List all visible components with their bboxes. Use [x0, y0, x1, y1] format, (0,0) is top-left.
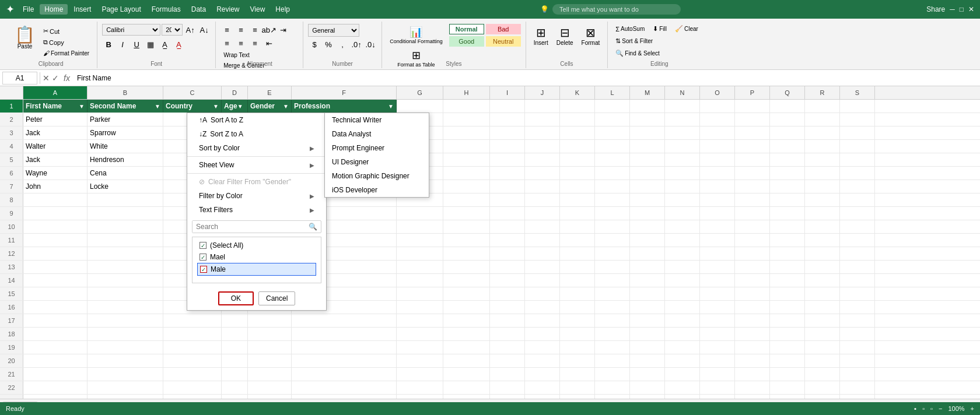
- paste-button[interactable]: 📋 Paste: [9, 24, 40, 60]
- cell-L18[interactable]: [595, 328, 630, 340]
- row-num-5[interactable]: 5: [0, 153, 23, 166]
- cell-K8[interactable]: [560, 194, 595, 206]
- cell-K3[interactable]: [560, 126, 595, 139]
- cell-G9[interactable]: [397, 207, 443, 220]
- cell-N18[interactable]: [665, 328, 700, 340]
- sheet-view-item[interactable]: Sheet View ▶: [187, 158, 326, 172]
- cell-L13[interactable]: [595, 261, 630, 273]
- cell-S3[interactable]: [840, 126, 875, 139]
- cell-K17[interactable]: [560, 314, 595, 327]
- profession-item-5[interactable]: iOS Developer: [325, 183, 429, 197]
- filter-dropdown-icon-B1[interactable]: ▼: [155, 103, 160, 110]
- cell-L9[interactable]: [595, 207, 630, 220]
- cell-B11[interactable]: [88, 234, 163, 247]
- cell-Q12[interactable]: [770, 247, 805, 260]
- cell-K23[interactable]: [560, 395, 595, 399]
- cell-P20[interactable]: [735, 354, 770, 367]
- col-header-D[interactable]: D: [222, 86, 248, 99]
- conditional-formatting-button[interactable]: 📊 Conditional Formatting: [387, 24, 446, 46]
- cell-Q3[interactable]: [770, 126, 805, 139]
- align-top-left[interactable]: ≡: [220, 24, 233, 36]
- cell-N14[interactable]: [665, 274, 700, 287]
- cell-E23[interactable]: [248, 395, 292, 399]
- col-header-B[interactable]: B: [88, 86, 163, 99]
- cell-R2[interactable]: [805, 113, 840, 126]
- cell-A9[interactable]: [23, 207, 88, 220]
- cut-button[interactable]: ✂ Cut: [40, 26, 92, 36]
- cell-R9[interactable]: [805, 207, 840, 220]
- cell-J9[interactable]: [525, 207, 560, 220]
- cell-E17[interactable]: [248, 314, 292, 327]
- cell-S11[interactable]: [840, 234, 875, 247]
- cell-K12[interactable]: [560, 247, 595, 260]
- cell-M1[interactable]: [630, 100, 665, 112]
- cell-M6[interactable]: [630, 167, 665, 180]
- cell-D22[interactable]: [222, 381, 248, 394]
- cell-C19[interactable]: [163, 341, 222, 354]
- cell-J6[interactable]: [525, 167, 560, 180]
- cell-I4[interactable]: [490, 140, 525, 153]
- cell-M2[interactable]: [630, 113, 665, 126]
- profession-item-4[interactable]: Motion Graphic Designer: [325, 169, 429, 183]
- cell-S17[interactable]: [840, 314, 875, 327]
- sort-za-item[interactable]: ↓Z Sort Z to A: [187, 127, 326, 141]
- autosum-button[interactable]: Σ AutoSum: [612, 24, 648, 34]
- cell-P14[interactable]: [735, 274, 770, 287]
- cell-K14[interactable]: [560, 274, 595, 287]
- cell-S12[interactable]: [840, 247, 875, 260]
- cell-K22[interactable]: [560, 381, 595, 394]
- cell-J16[interactable]: [525, 301, 560, 314]
- cell-M17[interactable]: [630, 314, 665, 327]
- cell-J18[interactable]: [525, 328, 560, 340]
- cell-C17[interactable]: [163, 314, 222, 327]
- cell-L11[interactable]: [595, 234, 630, 247]
- cell-L5[interactable]: [595, 153, 630, 166]
- cell-N9[interactable]: [665, 207, 700, 220]
- cell-A5[interactable]: Jack: [23, 153, 88, 166]
- cell-H9[interactable]: [443, 207, 490, 220]
- comma-button[interactable]: ,: [336, 38, 349, 50]
- cell-B18[interactable]: [88, 328, 163, 340]
- cell-S4[interactable]: [840, 140, 875, 153]
- cell-L3[interactable]: [595, 126, 630, 139]
- profession-item-3[interactable]: UI Designer: [325, 155, 429, 169]
- cell-N5[interactable]: [665, 153, 700, 166]
- cell-M5[interactable]: [630, 153, 665, 166]
- cell-Q9[interactable]: [770, 207, 805, 220]
- cell-Q23[interactable]: [770, 395, 805, 399]
- row-num-3[interactable]: 3: [0, 126, 23, 139]
- cell-I22[interactable]: [490, 381, 525, 394]
- cell-O4[interactable]: [700, 140, 735, 153]
- col-header-E[interactable]: E: [248, 86, 292, 99]
- cell-L19[interactable]: [595, 341, 630, 354]
- cell-F17[interactable]: [292, 314, 397, 327]
- cell-S22[interactable]: [840, 381, 875, 394]
- cell-P3[interactable]: [735, 126, 770, 139]
- cell-H22[interactable]: [443, 381, 490, 394]
- cell-F22[interactable]: [292, 381, 397, 394]
- filter-by-color-item[interactable]: Filter by Color ▶: [187, 189, 326, 203]
- cell-P6[interactable]: [735, 167, 770, 180]
- cell-M21[interactable]: [630, 368, 665, 381]
- cell-R1[interactable]: [805, 100, 840, 112]
- zoom-out-button[interactable]: −: [939, 405, 942, 412]
- decrease-decimal[interactable]: .0↓: [364, 38, 377, 50]
- filter-option-male-checkbox[interactable]: [200, 266, 207, 273]
- cell-R5[interactable]: [805, 153, 840, 166]
- cell-M14[interactable]: [630, 274, 665, 287]
- cell-M13[interactable]: [630, 261, 665, 273]
- cell-A17[interactable]: [23, 314, 88, 327]
- cell-H21[interactable]: [443, 368, 490, 381]
- insert-button[interactable]: ⊞ Insert: [531, 24, 551, 48]
- cell-B1[interactable]: Second Name ▼: [88, 100, 163, 112]
- clear-filter-item[interactable]: ⊘ Clear Filter From "Gender": [187, 175, 326, 189]
- cell-H8[interactable]: [443, 194, 490, 206]
- cell-P5[interactable]: [735, 153, 770, 166]
- sort-by-color-item[interactable]: Sort by Color ▶: [187, 141, 326, 155]
- cell-B20[interactable]: [88, 354, 163, 367]
- cell-P23[interactable]: [735, 395, 770, 399]
- filter-option-mael[interactable]: Mael: [197, 251, 316, 263]
- cell-S5[interactable]: [840, 153, 875, 166]
- increase-font-button[interactable]: A↑: [184, 24, 197, 36]
- cell-L10[interactable]: [595, 220, 630, 233]
